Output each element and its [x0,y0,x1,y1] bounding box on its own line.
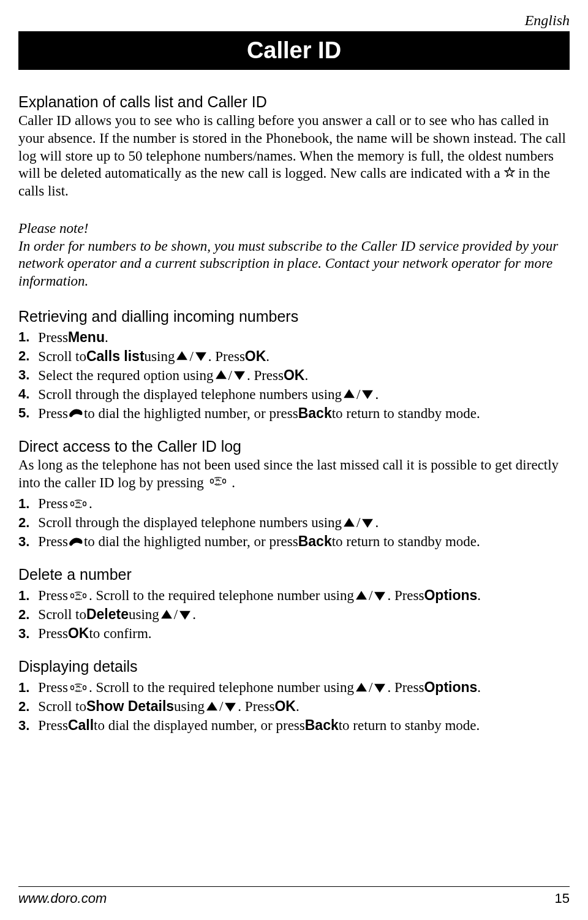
text: . [105,330,108,344]
key-label: Show Details [86,699,174,713]
text: Press [38,680,68,694]
step: 2. Scroll through the displayed telephon… [18,515,570,530]
text: Select the requred option using [38,368,213,382]
star-icon [504,167,515,178]
text: . [304,368,308,382]
text: to return to standby mode. [332,534,480,549]
text: . [266,349,270,363]
svg-point-8 [70,593,74,598]
step-number: 3. [18,535,29,549]
svg-text:32: 32 [215,476,219,480]
text: Scroll to [38,607,86,622]
text: Scroll through the displayed telephone n… [38,515,342,530]
svg-text:64: 64 [76,596,80,600]
text: to confirm. [89,626,151,641]
step: 1. Press Menu . [18,330,570,344]
step: 2. Scroll to Show Details using / . Pres… [18,699,570,713]
steps-retrieving: 1. Press Menu . 2. Scroll to Calls list … [18,330,570,420]
note-block: Please note! In order for numbers to be … [18,220,570,291]
text: . [192,607,196,622]
text: Press [38,330,68,344]
text: . Press [387,588,424,603]
step-number: 5. [18,406,29,420]
svg-point-5 [83,501,86,506]
step: 2. Scroll to Delete using / . [18,607,570,622]
step-number: 2. [18,700,29,713]
arrows-icon: / [344,387,373,401]
text: . Scroll to the required telephone numbe… [89,680,354,694]
key-label: Back [298,406,332,420]
text: Press [38,626,68,641]
svg-point-13 [83,685,86,690]
log-key-icon: 3264 [68,682,89,694]
arrows-icon: / [176,349,206,363]
text: to dial the displayed number, or press [94,718,305,732]
step: 5. Press to dial the highligted number, … [18,406,570,420]
steps-details: 1. Press 3264 . Scroll to the required t… [18,680,570,732]
key-label: OK [245,349,266,363]
step: 3. Press OK to confirm. [18,626,570,641]
handset-icon [68,536,84,547]
text: using [174,699,205,713]
text: Press [38,496,68,511]
step: 1. Press 3264 . [18,496,570,511]
text: to dial the highligted number, or press [84,534,298,549]
step: 1. Press 3264 . Scroll to the required t… [18,680,570,694]
step: 3. Press Call to dial the displayed numb… [18,718,570,732]
text: . Press [247,368,284,382]
text: Press [38,588,68,603]
text: Press [38,718,68,732]
text: . [232,475,235,490]
step-number: 3. [18,627,29,641]
text: . [89,496,92,511]
key-label: Back [298,534,332,549]
page-number: 15 [555,891,570,907]
text: Press [38,534,68,549]
svg-point-0 [210,479,213,483]
key-label: OK [284,368,305,382]
step-number: 1. [18,681,29,694]
arrows-icon: / [161,607,190,622]
svg-text:32: 32 [76,683,80,686]
text: . [477,680,481,694]
svg-point-1 [222,479,225,483]
step-number: 1. [18,330,29,344]
svg-text:64: 64 [76,504,80,508]
step-number: 2. [18,516,29,530]
text: to dial the highligted number, or press [84,406,298,420]
heading-retrieving: Retrieving and dialling incoming numbers [18,308,570,325]
note-title: Please note! [18,220,570,238]
step-number: 2. [18,608,29,622]
log-key-icon: 3264 [68,590,89,602]
svg-point-4 [70,501,74,506]
step: 3. Press to dial the highligted number, … [18,534,570,549]
text: . [375,387,379,401]
step-number: 3. [18,719,29,732]
key-label: Calls list [86,349,145,363]
text: . [375,515,379,530]
log-key-icon: 3264 [68,498,89,510]
svg-text:64: 64 [215,482,219,485]
text: . Press [387,680,424,694]
svg-text:32: 32 [76,499,80,503]
body-explanation: Caller ID allows you to see who is calli… [18,112,570,200]
footer-url: www.doro.com [18,891,107,907]
text: to return to stanby mode. [339,718,480,732]
heading-explanation: Explanation of calls list and Caller ID [18,93,570,111]
text: to return to standby mode. [332,406,480,420]
step: 1. Press 3264 . Scroll to the required t… [18,588,570,603]
text: . Press [208,349,245,363]
text: . Press [238,699,274,713]
text: using [129,607,159,622]
text: . [477,588,481,603]
key-label: Back [305,718,339,732]
step: 2. Scroll to Calls list using / . Press … [18,349,570,363]
text: Scroll to [38,699,86,713]
key-label: Options [424,588,477,603]
text: using [145,349,175,363]
key-label: OK [68,626,89,641]
svg-point-9 [83,593,86,598]
text: As long as the telephone has not been us… [18,457,559,490]
key-label: Options [424,680,477,694]
page-footer: www.doro.com 15 [18,886,570,907]
